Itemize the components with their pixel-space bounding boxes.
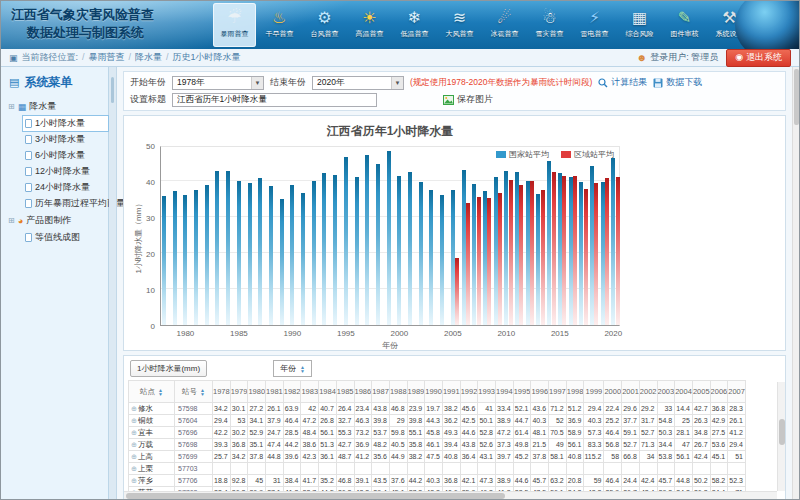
year-column-header[interactable]: 1992 bbox=[460, 381, 478, 403]
year-column-header[interactable]: 1986 bbox=[354, 381, 372, 403]
table-hscroll-thumb[interactable] bbox=[126, 493, 505, 499]
table-hscrollbar[interactable] bbox=[124, 491, 777, 499]
legend-item[interactable]: 区域站平均 bbox=[561, 149, 614, 160]
breadcrumb-item[interactable]: 降水量 bbox=[135, 52, 162, 62]
value-cell: 23.4 bbox=[354, 403, 372, 415]
nav-item-typhoon[interactable]: ⚙台风普查 bbox=[303, 3, 346, 47]
sort-arrows-icon: ▲▼ bbox=[300, 365, 305, 373]
nav-item-map-review[interactable]: ✎图件审核 bbox=[663, 3, 706, 47]
sidebar-item-rain-process-avg[interactable]: 历年暴雨过程平均雨量 bbox=[23, 196, 108, 211]
nav-item-hail[interactable]: ☄冰雹普查 bbox=[483, 3, 526, 47]
year-column-header[interactable]: 1994 bbox=[496, 381, 514, 403]
year-column-header[interactable]: 2005 bbox=[692, 381, 710, 403]
year-column-header[interactable]: 2007 bbox=[728, 381, 746, 403]
end-year-value: 2020年 bbox=[317, 77, 344, 89]
row-expander-icon[interactable]: ⊕ bbox=[131, 477, 137, 484]
sidebar-item-rain-6h[interactable]: 6小时降水量 bbox=[23, 148, 108, 163]
nav-item-high-temp[interactable]: ☀高温普查 bbox=[348, 3, 391, 47]
year-column-header[interactable]: 1991 bbox=[442, 381, 460, 403]
sidebar-group-precipitation[interactable]: ⊞▦降水量 bbox=[8, 98, 108, 115]
year-column-header[interactable]: 1978 bbox=[213, 381, 231, 403]
sidebar-item-rain-1h[interactable]: 1小时降水量 bbox=[23, 116, 108, 131]
year-column-header[interactable]: 1987 bbox=[372, 381, 390, 403]
splitter-grip[interactable] bbox=[111, 77, 114, 103]
sidebar-item-isoline-map[interactable]: 等值线成图 bbox=[23, 230, 108, 245]
page-scrollbar[interactable] bbox=[792, 67, 799, 500]
document-icon bbox=[25, 151, 32, 160]
breadcrumb-separator: / bbox=[166, 52, 169, 62]
end-year-select[interactable]: 2020年 ▼ bbox=[312, 76, 404, 90]
save-image-button[interactable]: 保存图片 bbox=[443, 93, 493, 106]
year-column-header[interactable]: 2002 bbox=[639, 381, 657, 403]
breadcrumb-item[interactable]: 历史1小时降水量 bbox=[173, 52, 241, 62]
start-year-select[interactable]: 1978年 ▼ bbox=[172, 76, 264, 90]
row-expander-icon[interactable]: ⊕ bbox=[131, 453, 137, 460]
sidebar-item-rain-12h[interactable]: 12小时降水量 bbox=[23, 164, 108, 179]
nav-item-drought[interactable]: ♨干旱普查 bbox=[258, 3, 301, 47]
nav-item-low-temp[interactable]: ❄低温普查 bbox=[393, 3, 436, 47]
nav-item-lightning[interactable]: ⚡雷电普查 bbox=[573, 3, 616, 47]
year-column-header[interactable]: 1982 bbox=[283, 381, 301, 403]
table-row[interactable]: ⊕宜丰5769642.230.252.924.728.548.456.155.3… bbox=[129, 427, 746, 439]
row-expander-icon[interactable]: ⊕ bbox=[131, 429, 137, 436]
table-row[interactable]: ⊕上高5769925.734.237.844.839.642.336.148.7… bbox=[129, 451, 746, 463]
table-vscrollbar[interactable] bbox=[777, 382, 785, 491]
row-expander-icon[interactable]: ⊕ bbox=[131, 441, 137, 448]
year-column-header[interactable]: 1997 bbox=[549, 381, 567, 403]
nav-item-combined-risk[interactable]: ▦综合风险 bbox=[618, 3, 661, 47]
year-column-header[interactable]: 1981 bbox=[266, 381, 284, 403]
year-column-header[interactable]: 1985 bbox=[336, 381, 354, 403]
data-download-button[interactable]: 数据下载 bbox=[653, 76, 702, 89]
breadcrumb-item[interactable]: 暴雨普查 bbox=[89, 52, 125, 62]
table-unit-button[interactable]: 1小时降水量(mm) bbox=[130, 360, 207, 377]
year-column-header[interactable]: 1995 bbox=[513, 381, 531, 403]
year-column-header[interactable]: 1980 bbox=[248, 381, 266, 403]
sidebar-group-product-mapping[interactable]: ⊞◕产品图制作 bbox=[8, 212, 108, 229]
table-vscroll-thumb[interactable] bbox=[779, 419, 785, 445]
expander-icon[interactable]: ⊞ bbox=[8, 216, 15, 225]
page-scroll-thumb[interactable] bbox=[794, 69, 799, 125]
year-column-header[interactable]: 1999 bbox=[584, 381, 604, 403]
chart-title-input[interactable] bbox=[172, 93, 377, 107]
nav-item-snow[interactable]: ☃雪灾普查 bbox=[528, 3, 571, 47]
year-column-header[interactable]: 2004 bbox=[675, 381, 693, 403]
data-table-body: ⊕修水5759834.230.127.226.163.94240.726.423… bbox=[129, 403, 746, 500]
value-cell bbox=[248, 463, 266, 475]
row-expander-icon[interactable]: ⊕ bbox=[131, 417, 137, 424]
table-row[interactable]: ⊕万载5769839.336.835.147.444.238.651.342.7… bbox=[129, 439, 746, 451]
table-row[interactable]: ⊕上栗57703 bbox=[129, 463, 746, 475]
calc-result-button[interactable]: 计算结果 bbox=[598, 76, 647, 89]
sidebar-item-rain-24h[interactable]: 24小时降水量 bbox=[23, 180, 108, 195]
year-column-header[interactable]: 1989 bbox=[407, 381, 425, 403]
year-column-header[interactable]: 2006 bbox=[710, 381, 728, 403]
nav-item-rainstorm[interactable]: ☔暴雨普查 bbox=[213, 3, 256, 47]
year-column-header[interactable]: 1983 bbox=[301, 381, 319, 403]
sort-arrows-icon: ▲▼ bbox=[200, 388, 205, 396]
value-cell: 34.8 bbox=[692, 427, 710, 439]
table-row[interactable]: ⊕修水5759834.230.127.226.163.94240.726.423… bbox=[129, 403, 746, 415]
year-column-header[interactable]: 1998 bbox=[566, 381, 584, 403]
year-column-header[interactable]: 1996 bbox=[531, 381, 549, 403]
expander-icon[interactable]: ⊞ bbox=[8, 102, 15, 111]
sidebar-item-rain-3h[interactable]: 3小时降水量 bbox=[23, 132, 108, 147]
legend-item[interactable]: 国家站平均 bbox=[496, 149, 549, 160]
year-column-header[interactable]: 1988 bbox=[389, 381, 407, 403]
table-year-sort[interactable]: 年份 ▲▼ bbox=[273, 360, 312, 377]
logout-button[interactable]: ◉ 退出系统 bbox=[726, 49, 791, 67]
year-column-header[interactable]: 1990 bbox=[425, 381, 443, 403]
nav-item-gale[interactable]: ≋大风普查 bbox=[438, 3, 481, 47]
year-column-header[interactable]: 1979 bbox=[230, 381, 248, 403]
year-column-header[interactable]: 1984 bbox=[319, 381, 337, 403]
row-expander-icon[interactable]: ⊕ bbox=[131, 465, 137, 472]
year-column-header[interactable]: 2001 bbox=[622, 381, 640, 403]
table-row[interactable]: ⊕铜鼓5760429.45334.137.946.447.226.832.746… bbox=[129, 415, 746, 427]
value-cell: 58 bbox=[604, 451, 622, 463]
table-row[interactable]: ⊕萍乡5770618.892.8453138.441.735.246.839.1… bbox=[129, 475, 746, 487]
year-column-header[interactable]: 2003 bbox=[657, 381, 675, 403]
row-expander-icon[interactable]: ⊕ bbox=[131, 405, 137, 412]
year-column-header[interactable]: 1993 bbox=[478, 381, 496, 403]
sidebar-splitter[interactable] bbox=[109, 67, 117, 500]
year-column-header[interactable]: 2000 bbox=[604, 381, 622, 403]
code-column-header[interactable]: 站号▲▼ bbox=[175, 381, 213, 403]
station-column-header[interactable]: 站点▲▼ bbox=[129, 381, 175, 403]
